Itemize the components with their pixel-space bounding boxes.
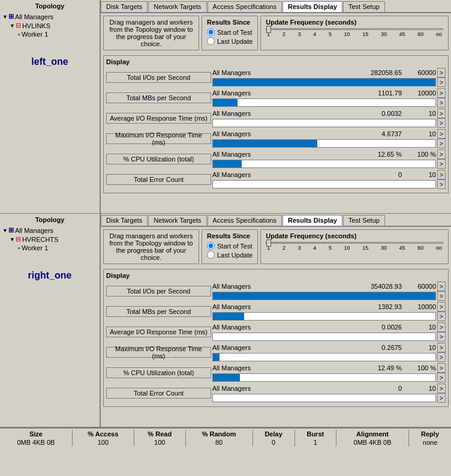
metric-arrow2-1-0[interactable]: >	[437, 291, 446, 301]
icon-managers: ⊞	[8, 13, 14, 20]
metric-arrow-0-5[interactable]: >	[437, 170, 446, 179]
metric-arrow-1-1[interactable]: >	[437, 302, 446, 312]
metric-arrow2-0-5[interactable]: >	[437, 179, 446, 189]
tab-disk-targets-bottom[interactable]: Disk Targets	[101, 215, 148, 226]
tab-test-setup-bottom[interactable]: Test Setup	[343, 215, 385, 226]
top-tab-bar: Disk Targets Network Targets Access Spec…	[101, 0, 451, 13]
metric-arrow-0-4[interactable]: >	[437, 149, 446, 159]
bottom-tree-item-worker1[interactable]: ▪ Worker 1	[18, 244, 97, 252]
tab-network-targets-bottom[interactable]: Network Targets	[148, 215, 206, 226]
top-freq-slider-thumb[interactable]	[266, 26, 271, 33]
metric-arrow2-1-5[interactable]: >	[437, 393, 446, 403]
metric-arrow-1-4[interactable]: >	[437, 363, 446, 373]
top-results-since-title: Results Since	[207, 19, 252, 26]
metric-arrow-1-2[interactable]: >	[437, 322, 446, 332]
col-size-header: Size	[0, 430, 72, 438]
radio-last-update-top[interactable]	[207, 37, 215, 45]
radio-last-update-bottom[interactable]	[207, 251, 215, 259]
col-delay-header: Delay	[252, 430, 294, 438]
metric-label-1-2: Average I/O Response Time (ms)	[106, 327, 211, 337]
top-freq-slider-line[interactable]	[266, 28, 443, 30]
tab-access-specs-top[interactable]: Access Specifications	[208, 1, 282, 12]
top-freq-slider-row[interactable]	[266, 28, 443, 30]
top-topology-title: Topology	[2, 2, 97, 10]
metric-arrow2-1-2[interactable]: >	[437, 332, 446, 342]
hvlinks-label: HVLINKS	[22, 22, 50, 29]
expand-icon-hvlinks[interactable]: ▼	[10, 23, 15, 29]
tree-item-hvlinks[interactable]: ▼ ⊟ HVLINKS	[10, 21, 97, 30]
metric-manager-1-2: All Managers	[212, 324, 266, 331]
tab-network-targets-top[interactable]: Network Targets	[148, 1, 206, 12]
metric-value-0-5: 0	[266, 171, 404, 178]
metric-manager-0-0: All Managers	[212, 69, 266, 76]
metric-max-0-1: 10000	[404, 89, 437, 97]
metric-arrow2-1-4[interactable]: >	[437, 373, 446, 382]
metric-manager-0-1: All Managers	[212, 89, 266, 97]
metric-max-0-4: 100 %	[404, 151, 437, 158]
tab-results-display-top[interactable]: Results Display	[282, 1, 342, 12]
tree-item-worker1[interactable]: ▪ Worker 1	[18, 30, 97, 38]
bottom-display-section: Display Total I/Os per Second All Manage…	[103, 269, 449, 407]
top-radio-start[interactable]: Start of Test	[207, 28, 252, 36]
metric-arrow2-0-1[interactable]: >	[437, 98, 446, 107]
bottom-results-since: Results Since Start of Test Last Update	[202, 229, 258, 264]
bottom-freq-slider-row[interactable]	[266, 242, 443, 244]
bottom-expand-icon-hvrechts[interactable]: ▼	[10, 236, 15, 243]
bottom-update-freq-title: Update Frequency (seconds)	[266, 232, 443, 240]
radio-start-of-test-top[interactable]	[207, 28, 215, 36]
col-read-header: % Read	[134, 430, 185, 438]
col-alignment-value: 0MB 4KB 0B	[336, 438, 408, 447]
tab-access-specs-bottom[interactable]: Access Specifications	[208, 215, 282, 226]
metric-manager-1-4: All Managers	[212, 364, 266, 372]
bar-fill-0-1	[213, 99, 237, 106]
bar-container-1-0: >	[212, 292, 446, 300]
metric-arrow2-0-2[interactable]: >	[437, 118, 446, 128]
col-size-value: 0MB 4KB 0B	[0, 438, 72, 447]
metric-arrow2-0-3[interactable]: >	[437, 139, 446, 148]
metric-arrow-0-2[interactable]: >	[437, 109, 446, 118]
tab-test-setup-top[interactable]: Test Setup	[343, 1, 385, 12]
metric-arrow-1-3[interactable]: >	[437, 343, 446, 352]
bottom-icon-hvrechts: ⊟	[16, 235, 21, 243]
bottom-expand-icon-managers[interactable]: ▼	[2, 227, 8, 233]
metric-arrow2-0-0[interactable]: >	[437, 77, 446, 87]
metric-header-1-5: All Managers 0 10 >	[212, 384, 446, 393]
top-radio-last[interactable]: Last Update	[207, 37, 252, 45]
top-metrics-container: Total I/Os per Second All Managers 28205…	[106, 68, 446, 188]
bottom-radio-start[interactable]: Start of Test	[207, 242, 252, 250]
metric-arrow2-1-1[interactable]: >	[437, 312, 446, 321]
metric-max-1-2: 10	[404, 324, 437, 331]
metric-right-1-0: All Managers 354028.93 60000 > >	[212, 282, 446, 300]
metric-arrow-1-5[interactable]: >	[437, 384, 446, 393]
metric-row-1-2: Average I/O Response Time (ms) All Manag…	[106, 322, 446, 341]
metric-arrow-0-1[interactable]: >	[437, 88, 446, 98]
tree-item-all-managers[interactable]: ▼ ⊞ All Managers	[2, 12, 97, 21]
tab-disk-targets-top[interactable]: Disk Targets	[101, 1, 148, 12]
metric-header-1-3: All Managers 0.2675 10 >	[212, 343, 446, 352]
metric-row-1-1: Total MBs per Second All Managers 1382.9…	[106, 302, 446, 321]
main-container: Topology ▼ ⊞ All Managers ▼ ⊟ HVLINKS ▪ …	[0, 0, 451, 448]
metric-arrow2-1-3[interactable]: >	[437, 352, 446, 362]
bottom-freq-slider-line[interactable]	[266, 242, 443, 244]
bottom-panel: Topology ▼ ⊞ All Managers ▼ ⊟ HVRECHTS ▪…	[0, 214, 451, 427]
metric-arrow-0-3[interactable]: >	[437, 129, 446, 139]
bottom-tree-item-hvrechts[interactable]: ▼ ⊟ HVRECHTS	[10, 235, 97, 244]
bar-fill-0-4	[213, 160, 242, 167]
tab-results-display-bottom[interactable]: Results Display	[282, 215, 342, 226]
bar-fill-1-4	[213, 374, 240, 381]
metric-row-1-0: Total I/Os per Second All Managers 35402…	[106, 282, 446, 300]
metric-arrow-0-0[interactable]: >	[437, 68, 446, 77]
bar-track-1-3	[212, 353, 436, 361]
bottom-freq-slider-thumb[interactable]	[266, 240, 271, 247]
metric-arrow-1-0[interactable]: >	[437, 282, 446, 291]
metric-manager-1-5: All Managers	[212, 385, 266, 392]
expand-icon-managers[interactable]: ▼	[2, 14, 8, 20]
metric-right-0-1: All Managers 1101.79 10000 > >	[212, 88, 446, 107]
metric-label-0-5: Total Error Count	[106, 174, 211, 185]
status-bar: Size % Access % Read % Random Delay Burs…	[0, 427, 451, 448]
radio-start-of-test-bottom[interactable]	[207, 242, 215, 250]
metric-max-1-5: 10	[404, 385, 437, 392]
bottom-tree-item-all-managers[interactable]: ▼ ⊞ All Managers	[2, 226, 97, 235]
bottom-radio-last[interactable]: Last Update	[207, 251, 252, 259]
metric-arrow2-0-4[interactable]: >	[437, 159, 446, 169]
